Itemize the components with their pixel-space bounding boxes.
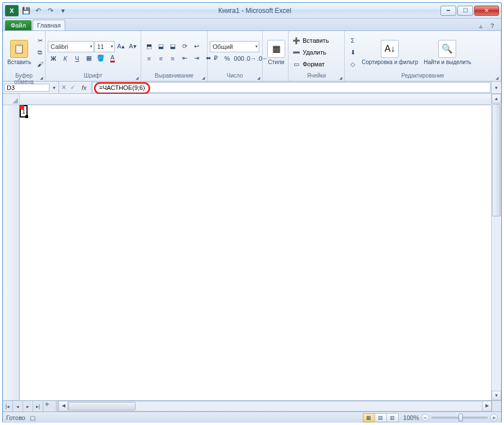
group-label-cells: Ячейки <box>291 73 342 81</box>
styles-icon: ▦ <box>267 40 285 58</box>
vscroll-thumb[interactable] <box>492 104 501 216</box>
active-cell[interactable]: 1 <box>20 105 28 117</box>
font-size-combo[interactable]: 11 <box>94 41 115 52</box>
scroll-left-icon[interactable]: ◀ <box>58 401 68 412</box>
undo-icon[interactable]: ↶ <box>32 4 44 17</box>
formula-bar-expand-icon[interactable]: ▾ <box>491 82 501 93</box>
shrink-font-icon[interactable]: A▾ <box>127 41 138 52</box>
font-color-icon[interactable]: A <box>107 53 118 64</box>
format-cells-button[interactable]: ▭ <box>291 58 302 70</box>
underline-button[interactable]: Ч <box>71 53 83 64</box>
align-top-icon[interactable]: ⬒ <box>143 41 155 52</box>
hscroll-thumb[interactable] <box>68 402 136 410</box>
system-menu-icon[interactable]: X <box>5 5 19 16</box>
paste-button[interactable]: 📋 Вставить <box>5 39 33 66</box>
ribbon-tab-strip: Файл Главная ▵ ? <box>3 19 501 31</box>
scroll-down-icon[interactable]: ▼ <box>492 391 501 400</box>
clear-icon[interactable]: ◇ <box>347 58 358 70</box>
scroll-up-icon[interactable]: ▲ <box>492 94 501 103</box>
name-box-dropdown-icon[interactable]: ▾ <box>50 85 58 91</box>
align-bottom-icon[interactable]: ⬓ <box>167 41 178 52</box>
align-center-icon[interactable]: ≡ <box>155 53 166 64</box>
help-icon[interactable]: ? <box>488 21 497 30</box>
italic-button[interactable]: К <box>60 53 71 64</box>
formula-highlight: =ЧАСТНОЕ(9;6) <box>94 82 150 94</box>
grow-font-icon[interactable]: A▴ <box>115 41 127 52</box>
insert-cells-button[interactable]: ➕ <box>291 35 302 46</box>
percent-icon[interactable]: % <box>222 53 233 64</box>
sort-filter-button[interactable]: A↓ Сортировка и фильтр <box>359 39 420 66</box>
last-sheet-icon[interactable]: ▸| <box>33 401 43 412</box>
font-name-combo[interactable]: Calibri <box>48 41 94 52</box>
normal-view-button[interactable]: ▦ <box>363 413 375 422</box>
ribbon: 📋 Вставить ✂ ⧉ 🖌 Буфер обмена Calibri 11… <box>3 31 501 82</box>
border-icon[interactable]: ▦ <box>83 53 94 64</box>
next-sheet-icon[interactable]: ▸ <box>23 401 33 412</box>
macro-record-icon[interactable]: ▢ <box>30 414 35 422</box>
align-right-icon[interactable]: ≡ <box>167 53 178 64</box>
accept-edit-icon[interactable]: ✓ <box>70 84 75 91</box>
qat-customize-icon[interactable]: ▾ <box>57 4 69 17</box>
group-label-clipboard: Буфер обмена <box>5 73 43 81</box>
cut-icon[interactable]: ✂ <box>34 35 46 46</box>
clipboard-icon: 📋 <box>10 40 28 58</box>
formula-bar[interactable]: =ЧАСТНОЕ(9;6) <box>92 82 490 93</box>
orientation-icon[interactable]: ⟳ <box>179 41 190 52</box>
copy-icon[interactable]: ⧉ <box>34 47 46 58</box>
group-label-align: Выравнивание <box>143 73 205 81</box>
indent-inc-icon[interactable]: ⇥ <box>191 53 202 64</box>
fill-icon[interactable]: ⬇ <box>347 47 358 58</box>
sheet-tab-bar: |◂ ◂ ▸ ▸| ✧ ◀ ▶ <box>3 400 501 412</box>
fill-color-icon[interactable]: 🪣 <box>95 53 106 64</box>
quick-access-toolbar: 💾 ↶ ↷ ▾ <box>20 4 69 17</box>
insert-function-icon[interactable]: fx <box>79 84 89 91</box>
title-bar: X 💾 ↶ ↷ ▾ Книга1 - Microsoft Excel ━ ☐ ✕ <box>3 3 501 19</box>
select-all-button[interactable] <box>3 94 20 105</box>
close-button[interactable]: ✕ <box>474 6 499 16</box>
save-icon[interactable]: 💾 <box>20 4 32 17</box>
page-break-view-button[interactable]: ▥ <box>386 413 399 422</box>
bold-button[interactable]: Ж <box>48 53 59 64</box>
zoom-slider[interactable] <box>431 417 488 419</box>
ribbon-tab-0[interactable]: Главная <box>33 20 65 30</box>
cancel-edit-icon[interactable]: ✕ <box>61 84 66 91</box>
align-middle-icon[interactable]: ⬓ <box>155 41 166 52</box>
ribbon-minimize-icon[interactable]: ▵ <box>476 21 485 30</box>
zoom-slider-thumb[interactable] <box>458 414 463 422</box>
zoom-control: 100% − + <box>403 414 498 422</box>
scroll-right-icon[interactable]: ▶ <box>482 401 492 412</box>
zoom-level[interactable]: 100% <box>403 414 419 421</box>
first-sheet-icon[interactable]: |◂ <box>3 401 13 412</box>
indent-dec-icon[interactable]: ⇤ <box>179 53 190 64</box>
window-title: Книга1 - Microsoft Excel <box>69 7 440 15</box>
inc-decimal-icon[interactable]: .0→ <box>245 53 256 64</box>
group-label-editing: Редактирование <box>347 73 498 81</box>
wrap-text-icon[interactable]: ↩ <box>191 41 202 52</box>
align-left-icon[interactable]: ≡ <box>143 53 155 64</box>
sort-icon: A↓ <box>381 40 399 58</box>
delete-cells-button[interactable]: ➖ <box>291 47 302 58</box>
autosum-icon[interactable]: Σ <box>347 35 358 46</box>
prev-sheet-icon[interactable]: ◂ <box>13 401 23 412</box>
zoom-in-button[interactable]: + <box>490 414 498 422</box>
format-painter-icon[interactable]: 🖌 <box>34 58 46 70</box>
page-layout-view-button[interactable]: ▤ <box>375 413 387 422</box>
minimize-button[interactable]: ━ <box>440 6 456 16</box>
new-sheet-icon[interactable]: ✧ <box>44 401 56 412</box>
number-format-combo[interactable]: Общий <box>210 41 259 52</box>
horizontal-scrollbar[interactable]: ◀ ▶ <box>58 401 501 412</box>
file-tab[interactable]: Файл <box>5 20 32 30</box>
formula-bar-row: D3 ▾ ✕ ✓ fx =ЧАСТНОЕ(9;6) ▾ <box>3 82 501 94</box>
comma-icon[interactable]: 000 <box>233 53 245 64</box>
find-select-button[interactable]: 🔍 Найти и выделить <box>421 39 473 66</box>
zoom-out-button[interactable]: − <box>421 414 429 422</box>
currency-icon[interactable]: ₽ <box>210 53 221 64</box>
status-bar: Готово ▢ ▦ ▤ ▥ 100% − + <box>3 412 501 423</box>
worksheet-grid[interactable]: 1 ▲ ▼ <box>3 94 501 400</box>
styles-button[interactable]: ▦ Стили <box>265 39 287 66</box>
status-ready: Готово <box>6 414 25 421</box>
vertical-scrollbar[interactable]: ▲ ▼ <box>491 94 501 400</box>
find-icon: 🔍 <box>438 40 456 58</box>
maximize-button[interactable]: ☐ <box>457 6 473 16</box>
redo-icon[interactable]: ↷ <box>44 4 57 17</box>
